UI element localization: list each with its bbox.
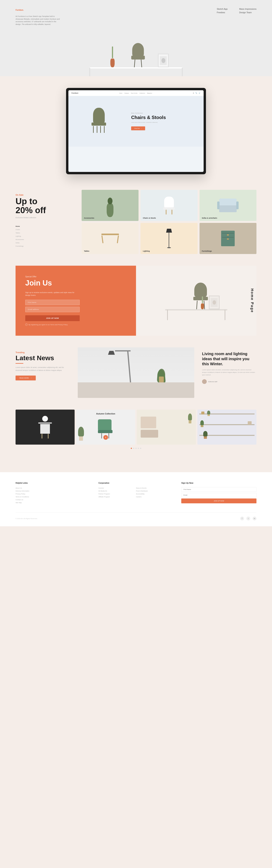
table-shape xyxy=(101,234,119,243)
footer-link-partner[interactable]: Partner Program xyxy=(99,493,136,495)
chair-white-leg-2 xyxy=(172,210,172,215)
chair-white-leg-1 xyxy=(166,210,167,215)
inner-hero-subtitle: Lorem ipsum dolor sit amet, consectetur … xyxy=(131,122,199,123)
footer-col-1: Helpful Links About Us Delivery Informat… xyxy=(15,482,91,505)
offer-privacy-text: By registering you agree to our Terms an… xyxy=(29,324,68,326)
autumn-card-3[interactable] xyxy=(137,410,196,444)
side-table-scene: 🕐 xyxy=(38,416,52,439)
cat-card-furnishings[interactable]: Furnishings xyxy=(200,223,257,254)
inner-nav-new-arrivals[interactable]: New Arrivals xyxy=(131,93,137,94)
hero-section: Furniture. Mi Furniture is a Free Sketch… xyxy=(0,0,272,76)
autumn-card-4[interactable] xyxy=(197,410,257,444)
autumn-plant-pot xyxy=(79,436,83,441)
dot-4[interactable] xyxy=(138,448,139,449)
social-linkedin-icon[interactable]: in xyxy=(252,517,257,521)
st-top xyxy=(38,423,52,424)
footer-link-about[interactable]: About Us xyxy=(15,487,91,489)
desk-legs xyxy=(89,68,183,76)
footer-link-contact[interactable]: Contact Us xyxy=(15,499,91,501)
nav-sketch-app[interactable]: Sketch App xyxy=(217,8,228,10)
shelf-plant-1 xyxy=(207,410,210,416)
news-author-avatar xyxy=(202,379,207,384)
autumn-card-2[interactable]: Autumn Collection xyxy=(76,410,135,444)
shelf-bot xyxy=(199,435,254,436)
cat-card-chairs[interactable]: Chairs & Stools xyxy=(140,190,197,221)
footer-link-distributor[interactable]: Find A Distributor xyxy=(136,490,173,492)
offer-desk-leg-left xyxy=(167,310,168,320)
social-facebook-icon[interactable]: f xyxy=(240,517,244,521)
footer-link-sitemap[interactable]: Site Map xyxy=(15,502,91,503)
sale-sidebar-chairs[interactable]: Chairs xyxy=(15,228,74,231)
footer-link-accessibility[interactable]: Accessibility xyxy=(136,493,173,495)
autumn-collection-label: Autumn Collection xyxy=(76,412,135,415)
sale-sidebar-home[interactable]: Home xyxy=(15,225,74,227)
offer-check-icon: ✓ xyxy=(25,323,28,326)
autumn-card-1[interactable]: 🕐 xyxy=(15,410,75,444)
nav-freebies[interactable]: Freebies xyxy=(217,11,228,13)
arc-lamp-arm xyxy=(115,350,131,351)
pagination-dots xyxy=(15,448,257,449)
sale-section: On Sale Up to 20% off Exclusive limited … xyxy=(15,190,257,254)
frame-figure xyxy=(158,54,169,67)
dot-5[interactable] xyxy=(140,448,141,449)
footer-link-careers[interactable]: Careers xyxy=(136,496,173,498)
footer-bottom: © 2018 Mi. All Rights Reserved. f t in xyxy=(15,513,257,521)
cat-label-tables: Tables xyxy=(84,250,89,252)
chair-white-seat xyxy=(163,207,175,210)
news-arrow-icon: → xyxy=(30,377,32,379)
laptop-mockup: Furniture Home Category New Arrivals Col… xyxy=(66,88,206,174)
footer-link-delivery[interactable]: Delivery Information xyxy=(15,490,91,492)
nav-design-team[interactable]: Design Team xyxy=(239,11,257,13)
footer-email-input[interactable] xyxy=(181,493,257,497)
offer-name-input[interactable] xyxy=(25,300,80,305)
lamp-base xyxy=(167,247,171,248)
autumn-grid: 🕐 Autumn Collection xyxy=(15,410,257,444)
inner-hero-left xyxy=(68,96,129,147)
inner-nav-home[interactable]: Home xyxy=(119,93,123,94)
shelf-plant-2 xyxy=(200,420,204,427)
cat-card-accessories[interactable]: Accessories xyxy=(81,190,139,221)
dot-3[interactable] xyxy=(135,448,137,449)
user-icon[interactable]: A xyxy=(193,92,194,94)
sale-sidebar-tables[interactable]: Tables xyxy=(15,231,74,234)
offer-frame-shape xyxy=(212,300,216,305)
footer-link-media[interactable]: Mi Media Kit xyxy=(99,490,136,492)
footer-signup-button[interactable]: JOIN UP NOW xyxy=(181,498,257,503)
cat-card-lighting[interactable]: Lighting xyxy=(140,223,197,254)
offer-form xyxy=(25,300,126,312)
dot-2[interactable] xyxy=(133,448,134,449)
footer-link-affiliate[interactable]: Affiliate Program xyxy=(99,496,136,498)
offer-vase-stem xyxy=(202,297,203,303)
hero-nav: Furniture. Mi Furniture is a Free Sketch… xyxy=(15,8,257,26)
inner-nav-collections[interactable]: Collections xyxy=(139,93,145,94)
news-read-more-button[interactable]: READ MORE → xyxy=(15,376,36,380)
sale-headline-line1: Up to xyxy=(15,197,74,206)
offer-cta-button[interactable]: JOIN UP NOW xyxy=(25,315,80,321)
vase-figure xyxy=(110,46,115,67)
autumn-item-2 xyxy=(141,430,158,438)
social-twitter-icon[interactable]: t xyxy=(246,517,250,521)
footer-link-privacy[interactable]: Privacy Policy xyxy=(15,493,91,495)
nav-mass-impressions[interactable]: Mass Impressions xyxy=(239,8,257,10)
dot-1[interactable] xyxy=(131,448,132,449)
cart-icon[interactable]: 🛒 xyxy=(199,92,201,94)
cat-card-tables[interactable]: Tables xyxy=(81,223,139,254)
footer-signup-form: JOIN UP NOW xyxy=(181,487,257,503)
cat-card-inner-lighting: Lighting xyxy=(140,223,197,254)
inner-nav-category[interactable]: Category xyxy=(124,93,129,94)
cat-card-sofas[interactable]: Sofas & armchairs xyxy=(200,190,257,221)
footer-link-news[interactable]: News & Events xyxy=(136,487,173,489)
sale-sidebar-accessories[interactable]: Accessories xyxy=(15,238,74,241)
autumn-card-img-1: 🕐 xyxy=(15,410,75,444)
footer-link-terms[interactable]: Terms & Conditions xyxy=(15,496,91,498)
inner-hero-cta[interactable]: Shop Now → xyxy=(131,126,145,130)
inner-nav-magazine[interactable]: Magazine xyxy=(147,93,152,94)
footer-link-investor[interactable]: Investor xyxy=(99,487,136,489)
sale-sidebar-furnishings[interactable]: Furnishings xyxy=(15,245,74,247)
offer-email-input[interactable] xyxy=(25,307,80,312)
drawer-line-2 xyxy=(222,237,234,238)
footer-name-input[interactable] xyxy=(181,487,257,492)
sale-sidebar-lighting[interactable]: Lighting xyxy=(15,235,74,238)
sale-sidebar-sofas[interactable]: Sofas xyxy=(15,242,74,244)
search-icon[interactable]: 🔍 xyxy=(196,92,197,94)
